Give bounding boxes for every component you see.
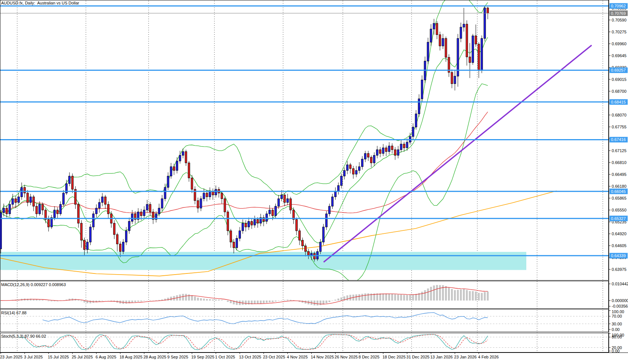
svg-text:15 Jul 2025: 15 Jul 2025 bbox=[48, 355, 69, 359]
svg-text:0.70590: 0.70590 bbox=[612, 18, 627, 22]
svg-text:31 Dec 2025: 31 Dec 2025 bbox=[406, 355, 429, 359]
svg-text:4 Nov 2025: 4 Nov 2025 bbox=[287, 355, 308, 359]
svg-text:23 Jun 2025: 23 Jun 2025 bbox=[0, 355, 23, 359]
chart-canvas[interactable]: 0.709050.705900.702750.699600.696450.693… bbox=[0, 0, 628, 364]
svg-text:28 Aug 2025: 28 Aug 2025 bbox=[143, 355, 166, 359]
svg-text:30.00: 30.00 bbox=[612, 322, 622, 326]
svg-text:0.65550: 0.65550 bbox=[612, 208, 627, 212]
svg-text:0.67416: 0.67416 bbox=[611, 137, 626, 142]
svg-text:0.66045: 0.66045 bbox=[611, 189, 626, 194]
svg-text:0.70769: 0.70769 bbox=[611, 11, 626, 16]
svg-text:13 Jan 2026: 13 Jan 2026 bbox=[430, 355, 453, 359]
svg-text:0.68070: 0.68070 bbox=[612, 113, 627, 117]
svg-text:0.64339: 0.64339 bbox=[611, 253, 626, 258]
svg-text:0.69645: 0.69645 bbox=[612, 53, 627, 58]
svg-text:0.65327: 0.65327 bbox=[611, 216, 626, 221]
chart-title: AUDUSD.fx, Daily: Australian vs US Dolla… bbox=[1, 1, 79, 6]
svg-text:80.00: 80.00 bbox=[612, 335, 622, 339]
svg-text:3 Jul 2025: 3 Jul 2025 bbox=[24, 355, 43, 359]
svg-text:13 Oct 2025: 13 Oct 2025 bbox=[239, 355, 261, 359]
svg-text:0.64920: 0.64920 bbox=[612, 232, 627, 236]
rsi-indicator-label: RSI(14) 67.88 bbox=[1, 311, 26, 315]
svg-text:0.68415: 0.68415 bbox=[611, 100, 626, 104]
svg-text:0.67755: 0.67755 bbox=[612, 125, 627, 129]
svg-text:0.65865: 0.65865 bbox=[612, 196, 627, 200]
macd-indicator-label: MACD(12,26,9) 0.009227 0.008963 bbox=[1, 282, 66, 287]
support-zone-rectangle bbox=[0, 252, 526, 270]
svg-text:0.000000: 0.000000 bbox=[612, 298, 628, 303]
svg-text:25 Jul 2025: 25 Jul 2025 bbox=[72, 355, 93, 359]
svg-text:8 Dec 2025: 8 Dec 2025 bbox=[359, 355, 379, 359]
svg-text:0.010442: 0.010442 bbox=[612, 282, 628, 286]
svg-text:1 Oct 2025: 1 Oct 2025 bbox=[215, 355, 235, 359]
svg-text:9 Sep 2025: 9 Sep 2025 bbox=[167, 355, 188, 359]
svg-text:0.00: 0.00 bbox=[612, 349, 619, 353]
svg-text:4 Feb 2026: 4 Feb 2026 bbox=[478, 355, 499, 359]
svg-text:23 Oct 2025: 23 Oct 2025 bbox=[263, 355, 285, 359]
svg-text:0.64605: 0.64605 bbox=[612, 243, 627, 248]
svg-text:6 Aug 2025: 6 Aug 2025 bbox=[96, 355, 117, 359]
svg-text:14 Nov 2025: 14 Nov 2025 bbox=[311, 355, 334, 359]
svg-text:0.69960: 0.69960 bbox=[612, 42, 627, 46]
svg-text:0.68700: 0.68700 bbox=[612, 89, 627, 94]
chart-window: 0.709050.705900.702750.699600.696450.693… bbox=[0, 0, 628, 364]
svg-text:0.70962: 0.70962 bbox=[611, 4, 626, 8]
svg-text:26 Nov 2025: 26 Nov 2025 bbox=[335, 355, 358, 359]
svg-text:0.66495: 0.66495 bbox=[612, 172, 627, 177]
svg-text:18 Dec 2025: 18 Dec 2025 bbox=[382, 355, 405, 359]
svg-text:0.69257: 0.69257 bbox=[611, 68, 626, 72]
svg-text:70.00: 70.00 bbox=[612, 314, 622, 318]
svg-text:23 Jan 2026: 23 Jan 2026 bbox=[454, 355, 477, 359]
svg-text:19 Sep 2025: 19 Sep 2025 bbox=[191, 355, 214, 359]
svg-text:0.00: 0.00 bbox=[612, 327, 619, 332]
stoch-indicator-label: Stoch(5,3,3) 87.90 66.02 bbox=[1, 334, 46, 339]
svg-text:0.66180: 0.66180 bbox=[612, 184, 627, 188]
svg-text:0.66810: 0.66810 bbox=[612, 160, 627, 165]
svg-text:0.67125: 0.67125 bbox=[612, 148, 627, 153]
svg-text:0.69015: 0.69015 bbox=[612, 77, 627, 82]
svg-text:0.70275: 0.70275 bbox=[612, 30, 627, 34]
svg-text:100.00: 100.00 bbox=[612, 309, 624, 314]
svg-text:-0.003563: -0.003563 bbox=[612, 304, 628, 308]
svg-text:18 Aug 2025: 18 Aug 2025 bbox=[120, 355, 143, 359]
svg-text:0.63975: 0.63975 bbox=[612, 267, 627, 272]
